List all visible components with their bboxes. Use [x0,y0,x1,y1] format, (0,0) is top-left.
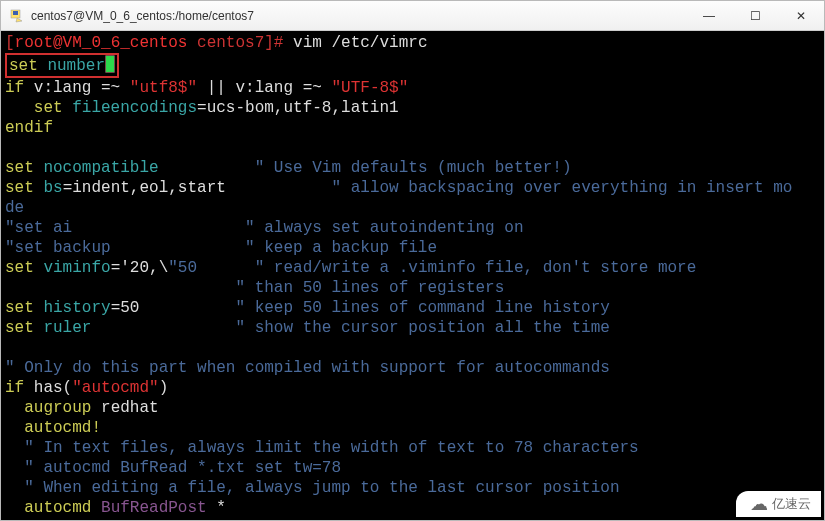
prompt-bracket-open: [ [5,34,15,52]
vim-line-9: set viminfo='20,\"50 " read/write a .vim… [5,258,820,278]
vim-line-4: endif [5,118,820,138]
watermark-text: 亿速云 [772,495,811,513]
maximize-button[interactable]: ☐ [732,1,778,31]
svg-rect-1 [13,11,18,15]
vim-line-19: " When editing a file, always jump to th… [5,478,820,498]
window-controls: — ☐ ✕ [686,1,824,31]
watermark: ☁ 亿速云 [736,491,821,517]
vim-line-6: set bs=indent,eol,start " allow backspac… [5,178,820,198]
putty-icon [9,8,25,24]
vim-line-17: " In text files, always limit the width … [5,438,820,458]
vim-line-2: if v:lang =~ "utf8$" || v:lang =~ "UTF-8… [5,78,820,98]
vim-line-1: set number [5,53,820,78]
cloud-icon: ☁ [750,495,768,513]
vim-line-blank-1 [5,138,820,158]
vim-line-14: if has("autocmd") [5,378,820,398]
terminal[interactable]: [root@VM_0_6_centos centos7]# vim /etc/v… [1,31,824,520]
prompt-user: root@VM_0_6_centos [15,34,188,52]
command-text: vim /etc/vimrc [283,34,427,52]
vim-line-7: "set ai " always set autoindenting on [5,218,820,238]
prompt-line: [root@VM_0_6_centos centos7]# vim /etc/v… [5,33,820,53]
close-button[interactable]: ✕ [778,1,824,31]
window-title: centos7@VM_0_6_centos:/home/centos7 [31,9,686,23]
vim-line-3: set fileencodings=ucs-bom,utf-8,latin1 [5,98,820,118]
vim-line-20: autocmd BufReadPost * [5,498,820,518]
titlebar[interactable]: centos7@VM_0_6_centos:/home/centos7 — ☐ … [1,1,824,31]
vim-line-13: " Only do this part when compiled with s… [5,358,820,378]
vim-line-6b: de [5,198,820,218]
vim-line-15: augroup redhat [5,398,820,418]
highlight-selection: set number [5,53,119,78]
cursor-icon [105,55,115,73]
vim-line-8: "set backup " keep a backup file [5,238,820,258]
prompt-bracket-close: ]# [264,34,283,52]
vim-line-blank-2 [5,338,820,358]
vim-line-16: autocmd! [5,418,820,438]
prompt-path: centos7 [187,34,264,52]
vim-line-5: set nocompatible " Use Vim defaults (muc… [5,158,820,178]
app-window: centos7@VM_0_6_centos:/home/centos7 — ☐ … [0,0,825,521]
vim-line-12: set ruler " show the cursor position all… [5,318,820,338]
vim-line-11: set history=50 " keep 50 lines of comman… [5,298,820,318]
minimize-button[interactable]: — [686,1,732,31]
vim-line-10: " than 50 lines of registers [5,278,820,298]
vim-line-18: " autocmd BufRead *.txt set tw=78 [5,458,820,478]
